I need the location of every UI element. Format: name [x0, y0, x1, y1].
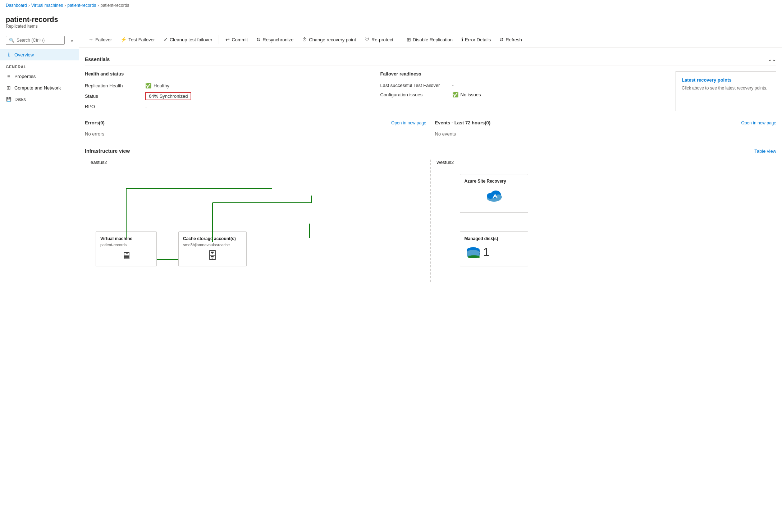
region-west: westus2 Azure Site Recovery [431, 160, 777, 282]
errors-open-new-page[interactable]: Open in new page [391, 120, 426, 125]
overview-icon: ℹ [6, 52, 12, 58]
test-failover-label: Test Failover [128, 37, 155, 42]
recovery-point-label: Change recovery point [309, 37, 356, 42]
failover-icon: → [88, 37, 93, 42]
region-east: eastus2 Virtual machine patient-records … [85, 160, 431, 282]
cleanup-test-failover-button[interactable]: ✓ Cleanup test failover [160, 35, 216, 45]
events-section: Events - Last 72 hours(0) Open in new pa… [435, 117, 777, 139]
config-issues-text: No issues [461, 92, 481, 97]
config-issues-row: Configuration issues ✅ No issues [380, 90, 667, 99]
errors-header: Errors(0) Open in new page [85, 120, 426, 125]
sidebar-general-section: General [0, 60, 79, 70]
breadcrumb-patient-records-1[interactable]: patient-records [67, 3, 96, 8]
events-header: Events - Last 72 hours(0) Open in new pa… [435, 120, 777, 125]
storage-icon: 🗄 [183, 250, 242, 262]
sidebar-item-properties[interactable]: ≡ Properties [0, 70, 79, 82]
failover-button[interactable]: → Failover [85, 35, 115, 45]
region-east-label: eastus2 [91, 160, 107, 165]
health-title: Health and status [85, 71, 372, 77]
refresh-icon: ↺ [499, 37, 504, 42]
re-protect-icon: 🛡 [365, 37, 370, 42]
breadcrumb-virtual-machines[interactable]: Virtual machines [31, 3, 63, 8]
refresh-label: Refresh [506, 37, 522, 42]
change-recovery-point-button[interactable]: ⏱ Change recovery point [298, 35, 360, 45]
svg-rect-10 [468, 256, 480, 258]
vm-box-subtitle: patient-records [100, 243, 152, 247]
sidebar-item-compute-network[interactable]: ⊞ Compute and Network [0, 82, 79, 93]
compute-network-icon: ⊞ [6, 85, 12, 91]
recovery-points-card: Latest recovery points Click above to se… [676, 71, 776, 111]
sidebar-item-overview[interactable]: ℹ Overview [0, 49, 79, 60]
no-errors: No errors [85, 128, 426, 139]
breadcrumb-current: patient-records [100, 3, 129, 8]
azure-site-recovery-box: Azure Site Recovery [460, 174, 528, 213]
search-icon: 🔍 [9, 38, 14, 43]
resync-label: Resynchronize [262, 37, 293, 42]
properties-icon: ≡ [6, 73, 12, 79]
re-protect-label: Re-protect [371, 37, 393, 42]
last-test-failover-row: Last successful Test Failover - [380, 81, 667, 90]
table-view-link[interactable]: Table view [754, 148, 776, 154]
resync-icon: ↻ [256, 37, 261, 42]
replication-health-row: Replication Health ✅ Healthy [85, 81, 372, 90]
status-value: 64% Synchronized [145, 92, 191, 100]
config-issues-value: ✅ No issues [452, 92, 481, 97]
commit-button[interactable]: ↩ Commit [222, 35, 251, 45]
infra-header: Infrastructure view Table view [85, 148, 776, 154]
cleanup-label: Cleanup test failover [170, 37, 212, 42]
page-title: patient-records [6, 15, 776, 24]
infra-diagram: eastus2 Virtual machine patient-records … [85, 160, 776, 296]
latest-recovery-points-link[interactable]: Latest recovery points [682, 77, 732, 83]
managed-disk-box: Managed disk(s) [460, 231, 528, 266]
search-input[interactable] [17, 38, 61, 43]
toolbar-divider-2 [400, 35, 400, 44]
failover-title: Failover readiness [380, 71, 667, 77]
resynchronize-button[interactable]: ↻ Resynchronize [253, 35, 297, 45]
cloud-icon [465, 185, 523, 208]
sidebar-overview-label: Overview [14, 52, 34, 58]
essentials-grid: Health and status Replication Health ✅ H… [85, 71, 776, 111]
sidebar-collapse-button[interactable]: « [68, 37, 76, 45]
errors-section: Errors(0) Open in new page No errors [85, 117, 426, 139]
breadcrumb-dashboard[interactable]: Dashboard [6, 3, 27, 8]
disk-icon-count: 1 [465, 243, 523, 262]
events-open-new-page[interactable]: Open in new page [741, 120, 776, 125]
sidebar-disks-label: Disks [14, 97, 26, 102]
essentials-title: Essentials [85, 56, 110, 62]
disk-box-title: Managed disk(s) [465, 236, 523, 241]
no-issues-icon: ✅ [452, 92, 458, 97]
commit-label: Commit [232, 37, 248, 42]
refresh-button[interactable]: ↺ Refresh [496, 35, 526, 45]
events-title: Events - Last 72 hours(0) [435, 120, 491, 125]
error-details-button[interactable]: ℹ Error Details [458, 35, 494, 45]
managed-disk-count: 1 [483, 246, 490, 259]
main-content: → Failover ⚡ Test Failover ✓ Cleanup tes… [79, 32, 782, 532]
region-west-label: westus2 [437, 160, 454, 165]
test-failover-icon: ⚡ [120, 37, 127, 42]
re-protect-button[interactable]: 🛡 Re-protect [361, 35, 397, 45]
healthy-icon: ✅ [145, 83, 151, 88]
replication-health-label: Replication Health [85, 83, 142, 88]
failover-section: Failover readiness Last successful Test … [380, 71, 667, 111]
essentials-collapse-button[interactable]: ⌄⌄ [768, 56, 776, 62]
last-test-failover-label: Last successful Test Failover [380, 83, 452, 88]
recovery-point-icon: ⏱ [302, 37, 307, 42]
cache-storage-box: Cache storage account(s) smd3hjlamnavaul… [178, 231, 247, 266]
sidebar-item-disks[interactable]: 💾 Disks [0, 93, 79, 105]
rpo-row: RPO - [85, 102, 372, 111]
disable-replication-icon: ⊞ [407, 37, 411, 42]
failover-label: Failover [95, 37, 112, 42]
status-row: Status 64% Synchronized [85, 90, 372, 102]
commit-icon: ↩ [225, 37, 230, 42]
cache-box-title: Cache storage account(s) [183, 236, 242, 241]
sidebar-search-container[interactable]: 🔍 [6, 36, 65, 45]
disable-replication-button[interactable]: ⊞ Disable Replication [403, 35, 456, 45]
page-subtitle: Replicated items [6, 24, 776, 29]
svg-point-8 [467, 250, 480, 256]
essentials-header: Essentials ⌄⌄ [85, 54, 776, 65]
health-section: Health and status Replication Health ✅ H… [85, 71, 372, 111]
toolbar: → Failover ⚡ Test Failover ✓ Cleanup tes… [79, 32, 782, 48]
sidebar-compute-network-label: Compute and Network [14, 85, 61, 91]
test-failover-button[interactable]: ⚡ Test Failover [117, 35, 159, 45]
cleanup-icon: ✓ [164, 37, 168, 42]
